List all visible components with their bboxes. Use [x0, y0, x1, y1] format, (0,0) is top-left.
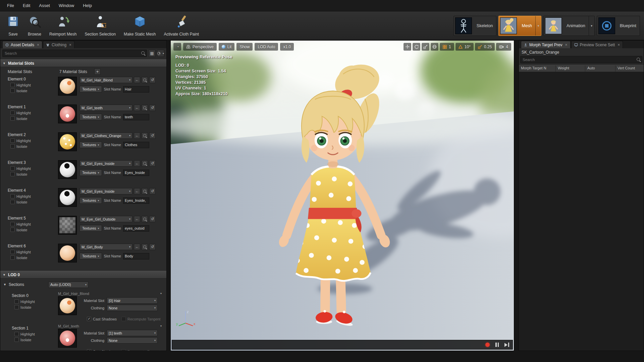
section-thumbnail[interactable]	[58, 329, 77, 348]
highlight-checkbox[interactable]: Highlight	[14, 332, 58, 336]
mesh-dropdown-caret-icon[interactable]: ▾	[535, 16, 541, 36]
use-selected-asset-button[interactable]: ←	[134, 132, 140, 139]
material-thumbnail[interactable]	[58, 77, 77, 96]
mesh-shortcut-button[interactable]: Mesh ▾	[498, 16, 541, 36]
column-header[interactable]: Weight	[556, 65, 585, 72]
browse-to-asset-button[interactable]	[142, 77, 148, 83]
tab-asset-details[interactable]: Asset Details ×	[2, 41, 42, 48]
textures-dropdown[interactable]: Textures ▾	[79, 114, 102, 120]
section-selection-button[interactable]: Section Selection	[81, 13, 119, 38]
step-forward-button[interactable]	[503, 341, 511, 348]
reset-to-default-button[interactable]: ↺	[149, 216, 156, 222]
list-view-button[interactable]: ▦	[148, 50, 156, 57]
close-icon[interactable]: ×	[69, 43, 71, 47]
use-selected-asset-button[interactable]: ←	[134, 77, 140, 83]
use-selected-asset-button[interactable]: ←	[134, 244, 140, 250]
lod-auto-button[interactable]: LOD Auto	[255, 43, 278, 51]
grid-snap-button[interactable]: 1	[440, 43, 454, 51]
material-thumbnail[interactable]	[58, 244, 77, 262]
viewport-options-button[interactable]: ▾	[173, 43, 181, 51]
browse-to-asset-button[interactable]	[142, 216, 148, 222]
reset-to-default-button[interactable]: ↺	[149, 77, 156, 83]
textures-dropdown[interactable]: Textures ▾	[79, 197, 102, 204]
animation-shortcut-button[interactable]: Animation ▾	[543, 16, 595, 36]
highlight-checkbox[interactable]: Highlight	[10, 194, 58, 198]
isolate-checkbox[interactable]: Isolate	[10, 255, 58, 260]
blueprint-shortcut-button[interactable]: Blueprint	[597, 16, 640, 36]
clothing-dropdown[interactable]: None ▾	[107, 305, 158, 311]
isolate-checkbox[interactable]: Isolate	[10, 144, 58, 148]
menu-item[interactable]: File	[3, 0, 18, 11]
recompute-tangent-checkbox[interactable]: Recompute Tangent	[121, 317, 160, 321]
playback-speed-button[interactable]: x1.0	[280, 43, 294, 51]
slot-name-input[interactable]	[123, 253, 149, 259]
material-slot-dropdown[interactable]: [1] teeth ▾	[107, 330, 158, 336]
column-header[interactable]: Auto	[585, 65, 615, 72]
browse-to-asset-button[interactable]	[142, 244, 148, 250]
isolate-checkbox[interactable]: Isolate	[10, 228, 58, 232]
collapse-arrow-icon[interactable]: ▼	[3, 283, 6, 286]
playback-bar[interactable]	[172, 340, 513, 350]
isolate-checkbox[interactable]: Isolate	[10, 172, 58, 176]
lit-mode-button[interactable]: Lit	[219, 43, 235, 51]
lod0-header[interactable]: ▼ LOD 0	[0, 271, 166, 279]
translate-tool-button[interactable]	[404, 43, 411, 51]
world-local-toggle-button[interactable]	[431, 43, 438, 51]
isolate-checkbox[interactable]: Isolate	[10, 88, 58, 93]
menu-item[interactable]: Window	[54, 0, 78, 11]
viewport[interactable]: ▾ Perspective Lit Show LOD Auto x1.0	[170, 40, 514, 351]
close-icon[interactable]: ×	[37, 43, 39, 47]
morph-target-list[interactable]	[519, 72, 644, 351]
clothing-dropdown[interactable]: None ▾	[107, 337, 158, 344]
material-thumbnail[interactable]	[58, 132, 77, 151]
textures-dropdown[interactable]: Textures ▾	[79, 86, 102, 93]
material-select-dropdown[interactable]: M_Eye_Girl_Outside ▾	[79, 216, 132, 222]
highlight-checkbox[interactable]: Highlight	[10, 250, 58, 254]
browse-to-asset-button[interactable]	[142, 132, 148, 139]
material-select-dropdown[interactable]: M_Girl_teeth ▾	[79, 105, 132, 111]
close-icon[interactable]: ×	[565, 43, 568, 47]
highlight-checkbox[interactable]: Highlight	[14, 299, 58, 304]
cast-shadows-checkbox[interactable]: ✓Cast Shadows	[87, 349, 117, 351]
isolate-checkbox[interactable]: Isolate	[10, 200, 58, 204]
textures-dropdown[interactable]: Textures ▾	[79, 253, 102, 259]
isolate-checkbox[interactable]: Isolate	[10, 116, 58, 121]
textures-dropdown[interactable]: Textures ▾	[79, 225, 102, 232]
tab-clothing[interactable]: Clothing ×	[43, 41, 74, 48]
menu-item[interactable]: Help	[78, 0, 96, 11]
show-menu-button[interactable]: Show	[236, 43, 253, 51]
view-options-button[interactable]: ▾	[157, 50, 164, 57]
use-selected-asset-button[interactable]: ←	[134, 105, 140, 111]
material-slot-dropdown[interactable]: [0] Hair ▾	[107, 297, 158, 304]
isolate-checkbox[interactable]: Isolate	[14, 305, 58, 309]
use-selected-asset-button[interactable]: ←	[134, 216, 140, 222]
menu-item[interactable]: Edit	[18, 0, 35, 11]
slot-name-input[interactable]	[123, 197, 149, 204]
material-thumbnail[interactable]	[58, 188, 77, 207]
pause-button[interactable]	[493, 341, 501, 348]
morph-search-input[interactable]	[521, 56, 638, 63]
close-icon[interactable]: ×	[618, 43, 620, 47]
search-input[interactable]	[3, 50, 143, 57]
highlight-checkbox[interactable]: Highlight	[10, 138, 58, 143]
tab-preview-scene-settings[interactable]: Preview Scene Sett ×	[571, 41, 623, 48]
reset-to-default-button[interactable]: ↺	[149, 244, 156, 250]
reimport-mesh-button[interactable]: Reimport Mesh	[46, 13, 80, 38]
material-select-dropdown[interactable]: M_Girl_Body ▾	[79, 244, 132, 250]
reset-to-default-button[interactable]: ↺	[149, 188, 156, 194]
rotate-tool-button[interactable]	[413, 43, 420, 51]
reset-to-default-button[interactable]: ↺	[149, 132, 156, 139]
column-header[interactable]: Morph Target N	[519, 65, 556, 72]
slot-name-input[interactable]	[123, 225, 149, 232]
cast-shadows-checkbox[interactable]: ✓Cast Shadows	[87, 317, 117, 321]
record-button[interactable]	[483, 341, 491, 348]
skeleton-shortcut-button[interactable]: Skeleton	[453, 16, 497, 36]
scale-tool-button[interactable]	[422, 43, 429, 51]
material-select-dropdown[interactable]: M_Girl_Clothes_Orange ▾	[79, 132, 132, 139]
slot-name-input[interactable]	[123, 86, 149, 93]
highlight-checkbox[interactable]: Highlight	[10, 111, 58, 115]
material-select-dropdown[interactable]: M_Girl_Eyes_Inside ▾	[79, 188, 132, 194]
tab-morph-target-preview[interactable]: Morph Target Prev ×	[521, 41, 571, 48]
use-selected-asset-button[interactable]: ←	[134, 188, 140, 194]
browse-to-asset-button[interactable]	[142, 160, 148, 167]
